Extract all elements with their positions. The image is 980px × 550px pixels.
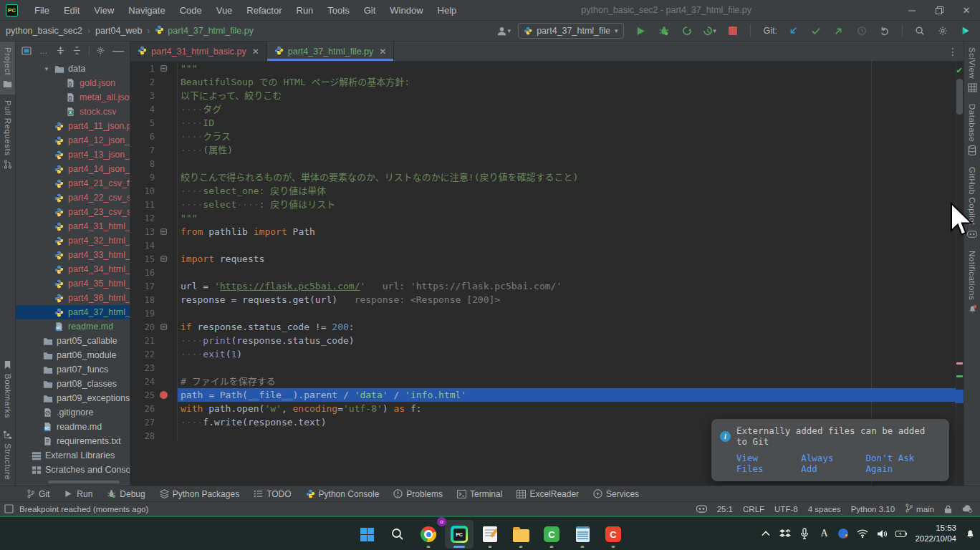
tree-item--gitignore[interactable]: .gitignore: [16, 405, 130, 420]
editor-scrollbar[interactable]: [956, 62, 964, 486]
tree-item-part4-31-html-basic-py[interactable]: part4_31_html_basic.py: [16, 219, 130, 233]
menu-file[interactable]: File: [28, 2, 56, 19]
inspection-ok-icon[interactable]: ✔: [956, 64, 962, 75]
tree-item-part07-funcs[interactable]: part07_funcs: [16, 362, 130, 377]
cloud-settings-icon[interactable]: [962, 505, 973, 513]
status-python-3.10[interactable]: Python 3.10: [851, 505, 895, 513]
menu-vue[interactable]: Vue: [210, 2, 239, 19]
camtasia-recorder-icon[interactable]: C: [599, 520, 628, 549]
editor-line-18[interactable]: 18response = requests.get(url) response:…: [130, 293, 964, 307]
tree-item-gold-json[interactable]: {}gold.json: [16, 76, 130, 90]
menu-tools[interactable]: Tools: [321, 2, 355, 19]
tab-options-icon[interactable]: ⋮: [942, 42, 964, 61]
tab-close-icon[interactable]: ✕: [379, 47, 386, 57]
tree-item-scratches-and-consoles[interactable]: Scratches and Consoles: [16, 463, 130, 477]
run-button[interactable]: [633, 23, 650, 39]
menu-window[interactable]: Window: [383, 2, 429, 19]
toolwindow-switcher-icon[interactable]: [4, 504, 14, 513]
tab-close-icon[interactable]: ✕: [252, 47, 259, 57]
stop-button[interactable]: [724, 23, 741, 39]
editor-line-23[interactable]: 23: [130, 361, 964, 375]
breakpoint-icon[interactable]: [160, 391, 168, 399]
notification-bell-icon[interactable]: z: [964, 528, 976, 539]
toolwindow-terminal[interactable]: Terminal: [457, 489, 502, 499]
history-button[interactable]: [853, 23, 870, 39]
menu-refactor[interactable]: Refactor: [240, 2, 288, 19]
editor-line-11[interactable]: 11····select····: 戻り値はリスト: [130, 198, 964, 211]
microphone-icon[interactable]: [799, 528, 810, 539]
tool-stripe-database[interactable]: Database: [964, 98, 980, 161]
toolwindow-problems[interactable]: Problems: [393, 489, 443, 499]
menu-git[interactable]: Git: [357, 2, 383, 19]
copilot-status-icon[interactable]: [696, 505, 707, 513]
search-everywhere-icon[interactable]: [911, 23, 928, 39]
editor-line-4[interactable]: 4····タグ: [130, 102, 964, 116]
user-profile-icon[interactable]: ▾: [495, 23, 512, 39]
editor-line-25[interactable]: 25path = Path(__file__).parent / 'data' …: [130, 388, 964, 402]
breadcrumb-item[interactable]: part4_37_html_file.py: [155, 25, 254, 37]
editor-line-12[interactable]: 12""": [130, 211, 964, 225]
tree-item-part4-14-json-list-file-p[interactable]: part4_14_json_list_file.p: [16, 162, 130, 176]
chrome-icon[interactable]: o: [414, 520, 443, 549]
editor-line-22[interactable]: 22····exit(1): [130, 347, 964, 361]
tree-item-readme-md[interactable]: MDreadme.md: [16, 420, 130, 434]
notification-action-view-files[interactable]: View Files: [736, 453, 785, 474]
tree-item-part4-33-html-id-py[interactable]: part4_33_html_id.py: [16, 248, 130, 262]
editor[interactable]: 1–"""2BeautifulSoup での HTML ページ解析の基本方針:3…: [130, 62, 964, 486]
editor-line-10[interactable]: 10····select_one: 戻り値は単体: [130, 184, 964, 198]
editor-line-5[interactable]: 5····ID: [130, 116, 964, 130]
tool-stripe-sciview[interactable]: SciView: [964, 42, 980, 98]
debug-button[interactable]: [655, 23, 673, 39]
toolwindow-excelreader[interactable]: ExcelReader: [517, 489, 579, 499]
tree-item-part05-callable[interactable]: part05_callable: [16, 334, 130, 348]
tree-item-part4-34-html-class-py[interactable]: part4_34_html_class.py: [16, 262, 130, 276]
status-utf-8[interactable]: UTF-8: [774, 505, 798, 513]
menu-code[interactable]: Code: [173, 2, 208, 19]
editor-tab-part4_31_html_basic-py[interactable]: part4_31_html_basic.py✕: [130, 42, 267, 61]
close-button[interactable]: ✕: [953, 0, 980, 20]
lock-icon[interactable]: [944, 505, 952, 513]
tree-item-readme-md[interactable]: MDreadme.md: [16, 319, 130, 334]
git-push-button[interactable]: [830, 23, 847, 39]
editor-line-16[interactable]: 16: [130, 266, 964, 279]
profiler-button[interactable]: [678, 23, 696, 39]
scrollbar-thumb[interactable]: [956, 79, 963, 115]
editor-line-7[interactable]: 7····(属性): [130, 143, 964, 157]
coverage-button[interactable]: ▾: [701, 23, 719, 39]
tool-stripe-bookmarks[interactable]: Bookmarks: [0, 354, 15, 424]
tree-item-requirements-txt[interactable]: requirements.txt: [16, 434, 130, 448]
status-crlf[interactable]: CRLF: [743, 505, 764, 513]
tree-item-part4-22-csv-split-lines[interactable]: part4_22_csv_split_lines: [16, 190, 130, 205]
dropbox-sync-icon[interactable]: z: [779, 528, 791, 539]
tree-item-part06-module[interactable]: part06_module: [16, 348, 130, 362]
tree-item-part4-12-json-file-py[interactable]: part4_12_json_file.py: [16, 133, 130, 148]
editor-line-21[interactable]: 21····print(response.status_code): [130, 334, 964, 347]
git-commit-button[interactable]: [807, 23, 825, 39]
taskbar-search-icon[interactable]: [383, 520, 412, 549]
status-25-1[interactable]: 25:1: [717, 505, 733, 513]
expand-all-icon[interactable]: [55, 45, 65, 57]
tree-item-data[interactable]: ▾data: [16, 62, 130, 76]
notification-action-always-add[interactable]: Always Add: [801, 453, 850, 474]
editor-line-6[interactable]: 6····クラス: [130, 130, 964, 143]
notification-action-don-t-ask-again[interactable]: Don't Ask Again: [866, 453, 939, 474]
notepad-icon[interactable]: [568, 520, 597, 549]
volume-icon[interactable]: [876, 528, 888, 539]
tree-item-part4-37-html-file-py[interactable]: part4_37_html_file.py: [16, 305, 130, 319]
editor-line-13[interactable]: 13–from pathlib import Path: [130, 225, 964, 238]
pycharm-taskbar-icon[interactable]: PC: [445, 520, 474, 549]
tree-item-part08-classes[interactable]: part08_classes: [16, 377, 130, 391]
menu-run[interactable]: Run: [290, 2, 320, 19]
locate-file-icon[interactable]: [21, 45, 32, 57]
git-update-button[interactable]: [784, 23, 802, 39]
editor-line-9[interactable]: 9絞りこんで得られるものが、単体の要素なのか、リストなのかに注意!(戻り値を確認…: [130, 170, 964, 184]
tree-item-part4-13-json-list-py[interactable]: part4_13_json_list.py: [16, 148, 130, 162]
toolwindow-debug[interactable]: Debug: [107, 489, 145, 499]
app-sphere-icon[interactable]: [837, 528, 849, 539]
rollback-button[interactable]: [876, 23, 893, 39]
toolwindow-python-packages[interactable]: Python Packages: [160, 489, 239, 499]
code-with-me-icon[interactable]: [957, 23, 974, 39]
breadcrumb-item[interactable]: part04_web: [95, 26, 142, 36]
camtasia-icon[interactable]: C: [537, 520, 566, 549]
collapse-all-icon[interactable]: [72, 45, 82, 57]
